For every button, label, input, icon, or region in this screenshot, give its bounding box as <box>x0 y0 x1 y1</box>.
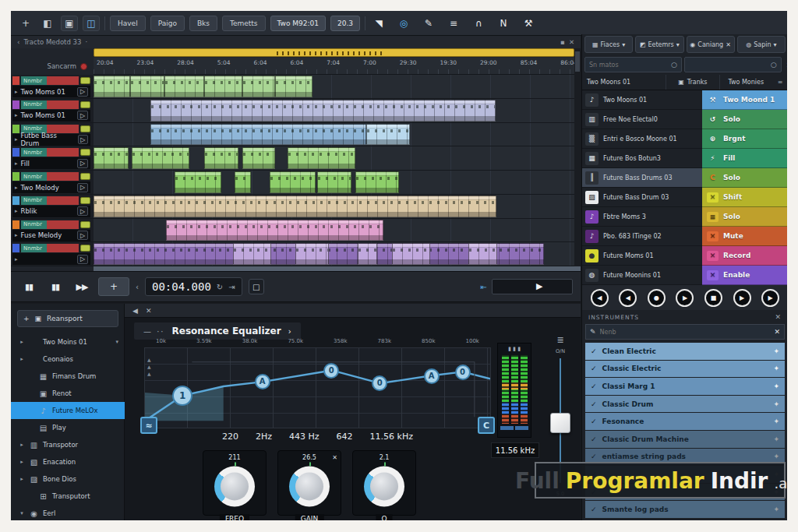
track-row[interactable]: Nnmbr ▸ Fill ▷ <box>11 146 581 171</box>
track-mute-led[interactable] <box>80 125 90 132</box>
pattern-icon[interactable]: ◧ <box>39 16 56 31</box>
audio-clip[interactable] <box>94 76 130 97</box>
time-display[interactable]: 00:04.000 <box>152 280 211 293</box>
tree-item-caret[interactable]: ▾ <box>115 339 118 345</box>
audio-clip[interactable] <box>295 243 329 265</box>
knob-ring[interactable] <box>364 466 404 506</box>
track-row[interactable]: Nnmbr ▸ Rblik ▷ <box>11 195 581 219</box>
instruments-filter-input[interactable] <box>600 329 771 336</box>
expand-arrow-icon[interactable]: › <box>288 327 291 336</box>
tree-item[interactable]: ▸ Two Moins 01 ▾ <box>11 333 125 351</box>
tool-icon[interactable]: ∩ <box>470 16 487 31</box>
preview-transport-button[interactable]: ■ <box>704 289 722 307</box>
instrument-item[interactable]: ✓ Clean Electric ✦ <box>585 343 785 361</box>
close-icon[interactable]: ✕ <box>775 313 782 321</box>
tree-item[interactable]: ▸ ▥ Transpotor <box>11 436 125 453</box>
browser-category-button[interactable]: ◩ Eetemrs ▾ <box>635 36 683 53</box>
tree-item[interactable]: ⊞ Transputort <box>11 488 125 505</box>
tool-icon[interactable]: ⚒ <box>520 16 537 31</box>
sample-list-item[interactable]: ▨ Future Bass Drum 03 <box>582 188 702 207</box>
tool-icon[interactable]: ◥ <box>370 16 387 31</box>
grid-icon[interactable]: ▣ <box>61 16 78 31</box>
preview-transport-button[interactable]: ▶ <box>761 289 779 307</box>
track-play-icon[interactable]: ▷ <box>77 231 88 240</box>
track-header[interactable]: Nnmbr ▸ Rblik ▷ <box>11 195 94 218</box>
track-color-chip[interactable] <box>12 220 19 229</box>
parameter-knob[interactable]: 2.1 Q <box>352 450 416 516</box>
pause-button[interactable]: ▮▮ <box>19 277 39 296</box>
track-group-label[interactable]: Sancarm <box>11 58 94 75</box>
track-mute-led[interactable] <box>80 245 90 252</box>
track-color-chip[interactable] <box>12 148 19 157</box>
loop-icon[interactable]: ↻ <box>217 283 223 291</box>
dropdown-dot[interactable]: · <box>85 38 87 46</box>
tree-item[interactable]: ♪ Future MeLOx <box>11 402 125 419</box>
action-button[interactable]: ⚒ Two Moond 1 <box>702 90 787 110</box>
sample-list-item[interactable]: ▒ Entri e Bosco Moone 01 <box>582 129 702 149</box>
audio-clip[interactable] <box>132 147 189 169</box>
gear-icon[interactable]: ✦ <box>773 365 779 372</box>
record-dot-icon[interactable] <box>80 63 87 70</box>
knob-close-icon[interactable]: ✕ <box>332 454 337 461</box>
expand-caret-icon[interactable]: ▸ <box>15 160 18 167</box>
track-row[interactable]: Nnmbr ▸ Two Moms 01 ▷ <box>11 75 581 99</box>
action-button[interactable]: ⚡ Fill <box>702 149 787 168</box>
knob-ring[interactable] <box>214 466 255 506</box>
metronome-button[interactable]: □ <box>249 279 264 294</box>
tab-two-monies[interactable]: Two Monies <box>719 75 772 90</box>
sample-list-item[interactable]: ║ Future Bass Drums 03 <box>582 168 702 188</box>
knob-ring[interactable] <box>289 466 330 506</box>
track-row[interactable]: Nnmbr ▸ ▷ <box>11 242 581 266</box>
search-input[interactable] <box>589 62 668 69</box>
audio-clip[interactable] <box>392 243 430 265</box>
audio-clip[interactable] <box>150 124 366 146</box>
search-input[interactable] <box>689 62 768 69</box>
tree-item[interactable]: ▤ Play <box>11 419 125 436</box>
expand-caret-icon[interactable]: ▸ <box>15 89 18 95</box>
search-field-1[interactable]: ○ <box>584 57 682 72</box>
add-marker-button[interactable]: + <box>98 277 129 296</box>
expand-caret-icon[interactable]: ▸ <box>19 442 25 448</box>
instrument-item[interactable]: ✓ Classic Drum ✦ <box>585 396 785 414</box>
preview-transport-button[interactable]: ◀ <box>619 289 637 307</box>
track-mute-led[interactable] <box>80 221 90 228</box>
action-button[interactable]: ✕ Mute <box>702 227 787 246</box>
track-play-icon[interactable]: ▷ <box>78 135 88 144</box>
eq-band-node[interactable]: A <box>424 368 440 384</box>
track-name[interactable]: Rblik <box>21 207 37 215</box>
expand-caret-icon[interactable]: ▸ <box>15 136 18 143</box>
expand-caret-icon[interactable]: ▸ <box>19 459 25 465</box>
goto-start-icon[interactable]: ⇤ <box>481 283 487 291</box>
track-play-icon[interactable]: ▷ <box>77 206 88 216</box>
knob-cap[interactable] <box>295 472 323 500</box>
sample-list-item[interactable]: ▥ Free Noe Electal0 <box>582 110 702 129</box>
track-row[interactable]: Nnmbr ▸ Fuse Melody ▷ <box>11 219 581 243</box>
action-button[interactable]: ≡ Solo <box>702 207 787 227</box>
clip-lane[interactable] <box>94 195 574 218</box>
track-name[interactable]: Futbe Bass Drum <box>21 132 75 147</box>
fader-handle[interactable] <box>550 413 570 433</box>
sample-list-item[interactable]: ♪ Fbtre Moms 3 <box>582 207 702 227</box>
tree-item[interactable]: ▦ Fimans Drum <box>11 368 125 385</box>
browser-category-button[interactable]: ◉ Caniang ✕ <box>687 36 735 53</box>
eq-band-node[interactable]: 0 <box>372 375 387 391</box>
eq-band-node[interactable]: A <box>255 374 270 389</box>
audio-clip[interactable] <box>164 76 204 97</box>
loop-range-bar[interactable] <box>94 48 574 57</box>
stop-button[interactable]: ▮▮ <box>45 277 65 296</box>
instrument-item[interactable]: ✓ Fesonance ✦ <box>585 413 785 431</box>
plugin-title-bar[interactable]: — ·· Resonance Equalizer › <box>134 322 301 340</box>
parameter-knob[interactable]: 26.5 ✕ GAIN <box>277 450 341 516</box>
add-icon[interactable]: + <box>17 16 34 31</box>
gear-icon[interactable]: ✦ <box>773 382 779 390</box>
track-color-chip[interactable] <box>12 100 19 109</box>
audio-clip[interactable] <box>130 76 164 97</box>
eq-band-node[interactable]: 0 <box>455 365 471 380</box>
sample-list-item[interactable]: ♪ Pbo. 683 ITinge 02 <box>582 227 702 246</box>
eq-graph[interactable]: 10k3.59k38.0k75.0k358k783k850k100k ▲ ▲ ▲… <box>144 347 491 428</box>
action-button[interactable]: ✕ Record <box>702 246 787 266</box>
expand-caret-icon[interactable]: ▸ <box>15 256 18 262</box>
clear-icon[interactable]: ✕ <box>774 328 780 336</box>
track-name[interactable]: Fill <box>21 160 30 167</box>
preview-transport-button[interactable]: ▶ <box>676 289 694 307</box>
